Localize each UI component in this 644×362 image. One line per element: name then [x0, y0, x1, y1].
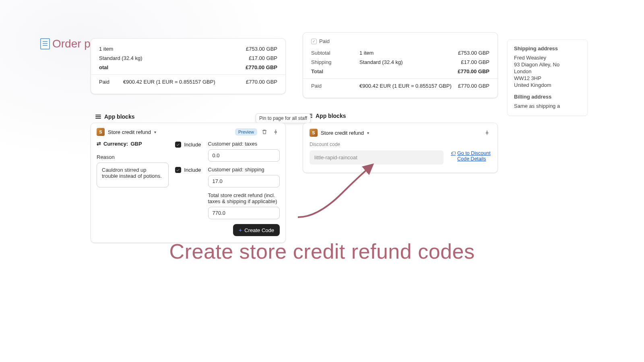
ship-price: £17.00 GBP [461, 59, 489, 65]
shipping-address-card: Shipping address Fred Weasley 93 Diagon … [507, 39, 588, 116]
hero-caption: Create store credit refund codes [169, 239, 475, 263]
total-price: £770.00 GBP [246, 64, 277, 70]
billing-heading: Billing address [514, 94, 581, 100]
paid-right: £770.00 GBP [246, 79, 277, 85]
paid-right: £770.00 GBP [458, 83, 489, 89]
ship-line-country: United Kingdom [514, 82, 581, 88]
tag-icon: 🏷 [451, 150, 456, 156]
subtotal-label: Subtotal [311, 50, 359, 56]
taxes-label: Customer paid: taxes [208, 141, 280, 147]
app-blocks-title-right: App blocks [307, 113, 346, 119]
currency-swap-icon: ⇄ [97, 141, 101, 147]
currency-value: GBP [130, 141, 142, 147]
pin-icon[interactable] [272, 128, 280, 136]
shipping-input[interactable] [208, 175, 280, 187]
shipping-label: Shipping [311, 59, 359, 65]
paid-label: Paid [311, 83, 359, 89]
paid-amount: €900.42 EUR (1 EUR = 0.855157 GBP) [359, 83, 458, 89]
ship-method: Standard (32.4 kg) [99, 55, 142, 61]
taxes-input[interactable] [208, 149, 280, 162]
total-refund-input[interactable] [208, 207, 280, 219]
store-credit-refund-block-create: S Store credit refund ▾ Preview ⇄ Curren… [91, 123, 286, 243]
shipping-heading: Shipping address [514, 45, 581, 51]
block-title: Store credit refund [108, 129, 151, 135]
pin-icon[interactable] [483, 129, 491, 137]
discount-code-label: Discount code [310, 142, 491, 147]
ship-line-street: 93 Diagon Alley, No [514, 62, 581, 68]
app-logo-icon: S [97, 128, 105, 136]
total-price: £770.00 GBP [458, 68, 489, 74]
block-title: Store credit refund [321, 130, 364, 136]
app-logo-icon: S [310, 129, 318, 137]
ship-price: £17.00 GBP [249, 55, 277, 61]
paid-badge: ✓ Paid [311, 38, 489, 44]
total-label-partial: otal [99, 64, 108, 70]
create-code-button[interactable]: + Create Code [233, 224, 280, 236]
shipping-label: Customer paid: shipping [208, 167, 280, 173]
items-price: £753.00 GBP [246, 46, 277, 52]
chevron-down-icon[interactable]: ▾ [154, 130, 156, 134]
order-summary-right: ✓ Paid Subtotal 1 item £753.00 GBP Shipp… [303, 32, 498, 98]
ship-line-postcode: WW12 3HP [514, 75, 581, 81]
total-refund-label: Total store credit refund (incl. taxes &… [208, 192, 280, 204]
chevron-down-icon[interactable]: ▾ [367, 131, 369, 135]
plus-icon: + [239, 227, 242, 233]
document-icon [40, 38, 50, 49]
ship-line-city: London [514, 68, 581, 74]
order-summary-left: 1 item £753.00 GBP Standard (32.4 kg) £1… [91, 38, 286, 94]
include-shipping-checkbox[interactable]: Include [175, 167, 202, 173]
sliders-icon [95, 114, 101, 119]
check-icon: ✓ [311, 39, 317, 44]
paid-amount: €900.42 EUR (1 EUR = 0.855157 GBP) [123, 79, 246, 85]
pin-tooltip: Pin to page for all staff [256, 113, 311, 123]
reason-input[interactable] [97, 162, 169, 187]
app-blocks-title-left: App blocks [95, 113, 134, 120]
items-price: £753.00 GBP [458, 50, 489, 56]
items-count: 1 item [359, 50, 458, 56]
discount-code-value: little-rapid-raincoat [310, 150, 444, 165]
preview-badge: Preview [235, 128, 257, 136]
goto-discount-details-link[interactable]: 🏷 Go to Discount Code Details [451, 150, 491, 162]
ship-method: Standard (32.4 kg) [359, 59, 461, 65]
trash-icon[interactable] [260, 128, 268, 136]
currency-label: Currency: [103, 141, 128, 147]
paid-label: Paid [99, 79, 123, 85]
items-count: 1 item [99, 46, 113, 52]
store-credit-refund-block-result: S Store credit refund ▾ Discount code li… [303, 123, 498, 173]
total-label: Total [311, 68, 359, 74]
billing-text: Same as shipping a [514, 103, 581, 109]
reason-label: Reason [97, 154, 169, 160]
ship-line-name: Fred Weasley [514, 55, 581, 61]
include-taxes-checkbox[interactable]: Include [175, 142, 202, 148]
